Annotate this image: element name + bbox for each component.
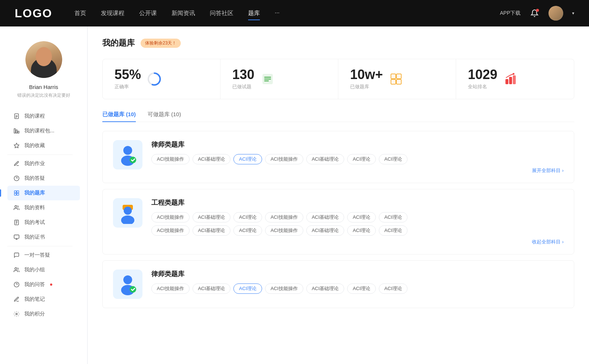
tag-l2-aci-theory-2[interactable]: ACI理论	[347, 283, 376, 294]
tag-eng2-aci-theory-2[interactable]: ACI理论	[347, 225, 376, 236]
faq-notification-dot	[50, 283, 52, 286]
sidebar-label-favorites: 我的收藏	[24, 142, 45, 149]
nav-logo[interactable]: LOGO	[15, 7, 52, 20]
sidebar-divider-1	[7, 154, 73, 155]
sidebar-item-favorites[interactable]: 我的收藏	[7, 138, 80, 153]
tag-aci-ops-2[interactable]: ACI技能操作	[265, 154, 303, 164]
svg-rect-36	[513, 75, 516, 84]
sidebar-item-points[interactable]: 我的积分	[7, 307, 80, 321]
main-layout: Brian Harris 错误的决定比没有决定要好 我的课程 我的课程包... …	[0, 26, 589, 364]
stat-rank: 1029 全站排名	[456, 59, 574, 99]
sidebar-label-points: 我的积分	[24, 311, 45, 317]
tag-eng2-aci-basic-1[interactable]: ACI基础理论	[193, 225, 231, 236]
svg-rect-11	[17, 191, 19, 193]
bank-icon	[13, 190, 20, 196]
tag-eng-aci-basic-2[interactable]: ACI基础理论	[306, 212, 345, 222]
sidebar-item-exam[interactable]: 我的考试	[7, 215, 80, 230]
tag-eng-aci-theory-3[interactable]: ACI理论	[379, 212, 408, 222]
stat-rank-info: 1029 全站排名	[468, 68, 497, 90]
svg-point-14	[15, 206, 17, 207]
tag-eng2-aci-ops-1[interactable]: ACI技能操作	[151, 225, 190, 236]
sidebar-item-profile[interactable]: 我的资料	[7, 200, 80, 215]
tag-l2-aci-theory-active[interactable]: ACI理论	[233, 283, 262, 294]
user-motto: 错误的决定比没有决定要好	[11, 92, 76, 99]
stat-accuracy-value: 55%	[114, 68, 141, 81]
notification-dot	[536, 9, 539, 12]
svg-rect-35	[509, 77, 512, 84]
sidebar-item-group[interactable]: 我的小组	[7, 263, 80, 277]
svg-point-40	[130, 157, 136, 163]
tag-l2-aci-basic-2[interactable]: ACI基础理论	[306, 283, 345, 294]
stat-done-banks: 10w+ 已做题库	[338, 59, 456, 99]
star-icon	[13, 142, 20, 149]
sidebar-item-tutor[interactable]: 一对一答疑	[7, 248, 80, 263]
tag-l2-aci-ops-1[interactable]: ACI技能操作	[151, 283, 190, 294]
expand-lawyer-1[interactable]: 展开全部科目 ›	[151, 167, 564, 174]
svg-rect-13	[17, 193, 19, 195]
nav-link-news[interactable]: 新闻资讯	[172, 8, 195, 19]
svg-point-42	[124, 207, 132, 215]
sidebar-item-courses[interactable]: 我的课程	[7, 109, 80, 124]
stat-rank-value: 1029	[468, 68, 497, 81]
tag-l2-aci-theory-3[interactable]: ACI理论	[379, 283, 408, 294]
tag-eng2-aci-basic-2[interactable]: ACI基础理论	[306, 225, 345, 236]
svg-rect-5	[16, 130, 17, 133]
tag-eng-aci-theory-2[interactable]: ACI理论	[347, 212, 376, 222]
tag-eng-aci-theory-1[interactable]: ACI理论	[233, 212, 262, 222]
tab-available-banks[interactable]: 可做题库 (10)	[148, 111, 181, 122]
sidebar-item-faq[interactable]: 我的问答	[7, 277, 80, 292]
nav-link-open[interactable]: 公开课	[139, 8, 157, 19]
tag-aci-theory-3[interactable]: ACI理论	[379, 154, 408, 164]
tag-aci-theory-2[interactable]: ACI理论	[347, 154, 376, 164]
collapse-engineer[interactable]: 收起全部科目 ›	[151, 239, 564, 245]
sidebar-label-notes: 我的笔记	[24, 296, 45, 303]
svg-rect-19	[14, 235, 19, 238]
tag-eng-aci-ops-2[interactable]: ACI技能操作	[265, 212, 303, 222]
lawyer-icon-wrap-2	[113, 270, 142, 299]
sidebar-item-packages[interactable]: 我的课程包...	[7, 124, 80, 138]
stat-done-questions-value: 130	[232, 68, 254, 81]
tag-eng2-aci-theory-3[interactable]: ACI理论	[379, 225, 408, 236]
stat-accuracy-info: 55% 正确率	[114, 68, 141, 90]
sidebar-label-courses: 我的课程	[24, 113, 45, 119]
tag-aci-theory-basic-2[interactable]: ACI基础理论	[306, 154, 345, 164]
bank-tags-engineer-row2: ACI技能操作 ACI基础理论 ACI理论 ACI技能操作 ACI基础理论 AC…	[151, 225, 564, 236]
svg-rect-34	[505, 79, 508, 84]
tutor-icon	[13, 252, 20, 258]
stat-done-questions: 130 已做试题	[221, 59, 338, 99]
tag-aci-ops-1[interactable]: ACI技能操作	[151, 154, 190, 164]
sidebar-item-bank[interactable]: 我的题库	[7, 186, 80, 200]
notes-icon	[13, 296, 20, 303]
tag-eng2-aci-theory-1[interactable]: ACI理论	[233, 225, 262, 236]
nav-right: APP下载 ▾	[500, 6, 574, 21]
tag-l2-aci-ops-2[interactable]: ACI技能操作	[265, 283, 303, 294]
nav-link-more[interactable]: ···	[275, 8, 279, 19]
sidebar-item-homework[interactable]: 我的作业	[7, 156, 80, 171]
user-menu-arrow[interactable]: ▾	[572, 11, 574, 16]
bank-name-lawyer-1: 律师类题库	[151, 140, 564, 149]
sidebar-item-cert[interactable]: 我的证书	[7, 230, 80, 245]
stat-done-banks-label: 已做题库	[350, 83, 383, 90]
nav-link-bank[interactable]: 题库	[248, 8, 260, 19]
svg-rect-4	[14, 129, 15, 133]
sidebar-item-notes[interactable]: 我的笔记	[7, 292, 80, 307]
svg-point-23	[16, 313, 17, 315]
nav-link-discover[interactable]: 发现课程	[101, 8, 124, 19]
tab-done-banks[interactable]: 已做题库 (10)	[102, 111, 136, 122]
tag-eng2-aci-ops-2[interactable]: ACI技能操作	[265, 225, 303, 236]
app-download-link[interactable]: APP下载	[500, 10, 521, 17]
tag-eng-aci-basic-1[interactable]: ACI基础理论	[193, 212, 231, 222]
user-avatar-nav[interactable]	[549, 6, 563, 21]
notification-bell[interactable]	[529, 8, 540, 18]
nav-link-qa[interactable]: 问答社区	[210, 8, 233, 19]
tag-eng-aci-ops-1[interactable]: ACI技能操作	[151, 212, 190, 222]
bank-content-lawyer-1: 律师类题库 ACI技能操作 ACI基础理论 ACI理论 ACI技能操作 ACI基…	[151, 140, 564, 174]
tag-aci-theory-basic-1[interactable]: ACI基础理论	[193, 154, 231, 164]
tag-l2-aci-basic-1[interactable]: ACI基础理论	[193, 283, 231, 294]
nav-link-home[interactable]: 首页	[74, 8, 86, 19]
bank-name-lawyer-2: 律师类题库	[151, 270, 564, 278]
sidebar-item-qa[interactable]: 我的答疑	[7, 171, 80, 186]
bank-tags-lawyer-2: ACI技能操作 ACI基础理论 ACI理论 ACI技能操作 ACI基础理论 AC…	[151, 283, 564, 294]
sidebar-label-faq: 我的问答	[24, 281, 45, 288]
tag-aci-theory-1-active[interactable]: ACI理论	[233, 154, 262, 164]
